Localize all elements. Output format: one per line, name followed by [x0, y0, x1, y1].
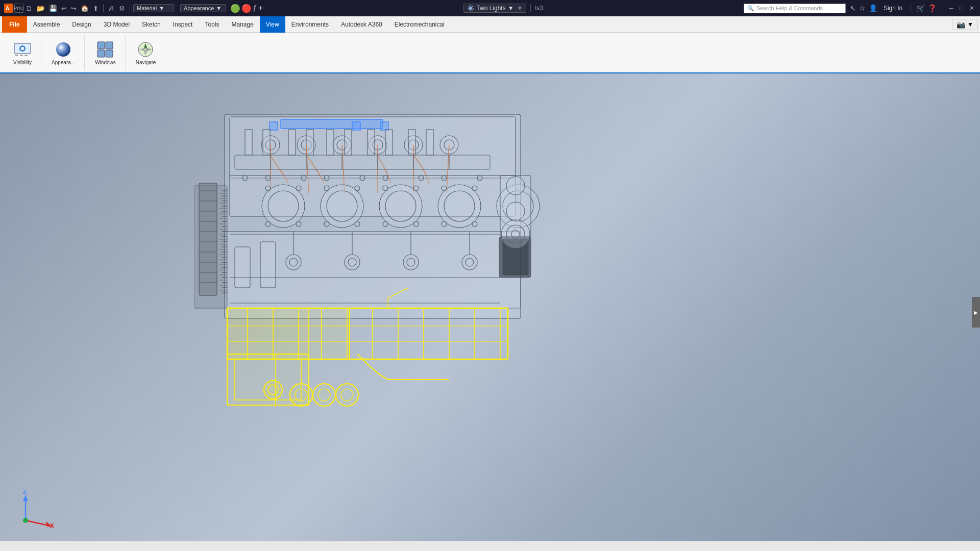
- svg-rect-42: [263, 130, 270, 155]
- appearance-dropdown[interactable]: Appearance ▼: [180, 4, 226, 12]
- new-file-btn[interactable]: 🗋: [24, 4, 34, 13]
- svg-line-10: [469, 10, 470, 11]
- camera-dropdown[interactable]: 📷 ▼: [952, 19, 978, 30]
- save-btn[interactable]: 💾: [47, 4, 59, 13]
- redo-btn[interactable]: ↪: [69, 4, 78, 13]
- open-btn[interactable]: 📂: [35, 4, 46, 13]
- windows-label: Windows: [95, 60, 116, 65]
- help-icon: ❓: [928, 4, 937, 12]
- material-dropdown[interactable]: Material ▼: [133, 4, 174, 12]
- lighting-dropdown[interactable]: Two Lights ▼ ▼: [463, 4, 526, 13]
- svg-text:Z: Z: [23, 490, 27, 495]
- menu-file[interactable]: File: [2, 16, 27, 33]
- settings-btn[interactable]: ⚙: [117, 4, 127, 13]
- menu-manage[interactable]: Manage: [225, 16, 259, 33]
- ribbon-group-visibility: Visibility: [4, 35, 41, 70]
- right-tab-icon: ▶: [973, 310, 979, 315]
- menu-sketch[interactable]: Sketch: [136, 16, 167, 33]
- svg-point-181: [290, 384, 312, 406]
- menu-autodesk360[interactable]: Autodesk A360: [335, 16, 388, 33]
- color-sphere-green[interactable]: 🟢: [230, 4, 240, 13]
- svg-line-210: [26, 520, 48, 525]
- print-btn[interactable]: 🖨: [107, 4, 116, 13]
- signin-area: ↖ ☆ 👤 Sign In 🛒 ❓ ─ □ ✕: [850, 4, 976, 13]
- engine-view: .eng-line { stroke: #556677; stroke-widt…: [194, 104, 561, 431]
- export-btn[interactable]: ⬆: [91, 4, 100, 13]
- app-icon: A: [4, 4, 13, 13]
- svg-rect-86: [260, 242, 276, 288]
- svg-rect-28: [380, 122, 388, 130]
- right-collapse-tab[interactable]: ▶: [972, 297, 980, 328]
- svg-point-183: [336, 384, 358, 406]
- cursor-icon: ↖: [850, 4, 856, 12]
- sep-signin: [911, 4, 911, 12]
- svg-point-103: [506, 202, 525, 220]
- sep-lighting: [530, 4, 531, 12]
- search-placeholder: Search Help & Commands...: [756, 5, 827, 11]
- undo-btn[interactable]: ↩: [60, 4, 68, 13]
- svg-rect-45: [327, 130, 334, 155]
- menu-view[interactable]: View: [260, 16, 285, 33]
- svg-line-8: [472, 10, 473, 11]
- search-bar[interactable]: 🔍 Search Help & Commands...: [744, 4, 846, 13]
- svg-point-13: [21, 47, 24, 50]
- svg-rect-21: [106, 50, 113, 57]
- svg-rect-85: [235, 247, 250, 288]
- svg-rect-43: [288, 130, 296, 155]
- navigate-icon: [136, 40, 155, 59]
- maximize-btn[interactable]: □: [958, 4, 965, 13]
- appearance-ribbon-label: Appeara...: [52, 60, 75, 65]
- separator: [103, 4, 104, 12]
- menu-inspect[interactable]: Inspect: [167, 16, 199, 33]
- svg-text:A: A: [6, 6, 9, 11]
- svg-line-7: [469, 6, 470, 7]
- svg-rect-15: [20, 55, 23, 56]
- svg-rect-200: [235, 155, 490, 169]
- appearance-ribbon-btn[interactable]: Appeara...: [46, 38, 80, 67]
- visibility-icon: [13, 40, 32, 59]
- lighting-icon: [467, 5, 474, 12]
- lighting-dropdown-arrow: ▼: [508, 5, 514, 12]
- engine-svg: .eng-line { stroke: #556677; stroke-widt…: [194, 104, 561, 431]
- svg-point-2: [469, 7, 472, 10]
- minimize-btn[interactable]: ─: [947, 4, 955, 13]
- color-sphere-red[interactable]: 🔴: [241, 4, 252, 13]
- menu-environments[interactable]: Environments: [285, 16, 335, 33]
- svg-rect-14: [15, 55, 18, 56]
- signin-btn[interactable]: Sign In: [880, 4, 905, 13]
- viewport[interactable]: .eng-line { stroke: #556677; stroke-widt…: [0, 73, 980, 551]
- add-btn[interactable]: +: [258, 4, 263, 13]
- svg-rect-41: [245, 130, 252, 155]
- visibility-btn[interactable]: Visibility: [8, 38, 37, 67]
- svg-rect-18: [97, 42, 105, 49]
- menu-design[interactable]: Design: [66, 16, 97, 33]
- svg-rect-19: [106, 42, 113, 49]
- navigate-btn[interactable]: Navigate: [131, 38, 161, 67]
- svg-point-179: [264, 381, 282, 399]
- menubar: File Assemble Design 3D Model Sketch Ins…: [0, 16, 980, 33]
- lighting-settings-arrow: ▼: [517, 5, 523, 12]
- svg-rect-26: [270, 122, 278, 130]
- svg-point-182: [313, 384, 335, 406]
- close-btn[interactable]: ✕: [968, 4, 976, 13]
- quick-access-toolbar: A PRO 🗋 📂 💾 ↩ ↪ 🏠 ⬆ 🖨 ⚙ Material ▼ Appe: [4, 4, 263, 13]
- svg-point-214: [23, 518, 28, 523]
- menu-assemble[interactable]: Assemble: [27, 16, 66, 33]
- menu-electromechanical[interactable]: Electromechanical: [388, 16, 451, 33]
- titlebar-left: A PRO 🗋 📂 💾 ↩ ↪ 🏠 ⬆ 🖨 ⚙ Material ▼ Appe: [4, 4, 263, 13]
- titlebar-right: 🔍 Search Help & Commands... ↖ ☆ 👤 Sign I…: [744, 4, 976, 13]
- appearance-label: Appearance: [184, 5, 214, 11]
- lighting-label: Two Lights: [476, 5, 505, 12]
- svg-line-9: [472, 6, 473, 7]
- svg-point-17: [56, 42, 70, 57]
- home-btn[interactable]: 🏠: [79, 4, 90, 13]
- ribbon-group-navigate: Navigate: [127, 35, 165, 70]
- svg-rect-146: [199, 183, 217, 295]
- status-bar: [0, 541, 980, 551]
- formula-btn[interactable]: ƒ: [253, 4, 257, 13]
- menu-3dmodel[interactable]: 3D Model: [97, 16, 136, 33]
- menu-tools[interactable]: Tools: [199, 16, 225, 33]
- svg-point-157: [501, 220, 530, 248]
- windows-btn[interactable]: Windows: [90, 38, 121, 67]
- svg-marker-208: [23, 495, 28, 501]
